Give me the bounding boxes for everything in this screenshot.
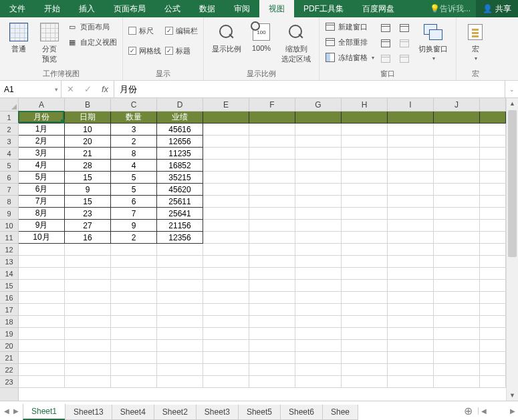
- freeze-panes-button[interactable]: 冻结窗格: [325, 51, 374, 64]
- row-header[interactable]: 10: [0, 220, 18, 232]
- cell[interactable]: 2: [111, 232, 157, 244]
- cell[interactable]: [19, 340, 65, 352]
- cell[interactable]: [295, 124, 342, 136]
- cell[interactable]: [480, 136, 506, 148]
- cell[interactable]: [434, 136, 480, 148]
- macros-button[interactable]: 宏: [462, 20, 489, 63]
- cell[interactable]: [434, 280, 480, 292]
- cell[interactable]: [388, 256, 434, 268]
- cell[interactable]: [157, 340, 203, 352]
- cell[interactable]: [388, 292, 434, 304]
- cell[interactable]: [19, 280, 65, 292]
- cell[interactable]: [480, 112, 506, 124]
- cell[interactable]: [19, 328, 65, 340]
- ruler-checkbox[interactable]: 标尺: [128, 24, 161, 37]
- menu-tab-5[interactable]: 数据: [190, 0, 225, 17]
- cell[interactable]: [295, 328, 342, 340]
- reset-position-button[interactable]: [400, 52, 409, 65]
- cell[interactable]: [480, 292, 506, 304]
- cell[interactable]: [203, 304, 249, 316]
- gridlines-checkbox[interactable]: 网格线: [128, 44, 161, 57]
- scroll-right-button[interactable]: ▶: [510, 407, 515, 415]
- row-header[interactable]: 8: [0, 196, 18, 208]
- sheet-tab[interactable]: Sheet6: [280, 405, 323, 420]
- cell[interactable]: [65, 352, 111, 364]
- cell[interactable]: [342, 220, 388, 232]
- cell[interactable]: 25641: [157, 208, 203, 220]
- cell[interactable]: 6: [111, 196, 157, 208]
- cell[interactable]: [388, 304, 434, 316]
- cell[interactable]: [480, 328, 506, 340]
- cell[interactable]: [111, 304, 157, 316]
- row-header[interactable]: 3: [0, 136, 18, 148]
- cell[interactable]: [388, 376, 434, 388]
- cell[interactable]: [434, 268, 480, 280]
- cell[interactable]: [249, 244, 295, 256]
- cell[interactable]: [203, 340, 249, 352]
- cell[interactable]: [342, 160, 388, 172]
- cell[interactable]: [19, 292, 65, 304]
- cell[interactable]: 16852: [157, 160, 203, 172]
- custom-views-button[interactable]: ▦ 自定义视图: [67, 35, 117, 49]
- cell[interactable]: [434, 112, 480, 124]
- side-by-side-button[interactable]: [400, 21, 409, 35]
- cell[interactable]: [388, 340, 434, 352]
- cell[interactable]: [342, 184, 388, 196]
- cell[interactable]: [342, 148, 388, 160]
- insert-function-button[interactable]: fx: [96, 84, 114, 94]
- cell[interactable]: [295, 208, 342, 220]
- cell[interactable]: [388, 196, 434, 208]
- cancel-button[interactable]: ✕: [61, 84, 79, 94]
- column-header[interactable]: I: [388, 98, 434, 111]
- cell[interactable]: [480, 268, 506, 280]
- cell[interactable]: [203, 280, 249, 292]
- enter-button[interactable]: ✓: [79, 84, 96, 94]
- row-header[interactable]: 13: [0, 256, 18, 268]
- cell[interactable]: 月份: [19, 112, 65, 124]
- cell[interactable]: 20: [65, 136, 111, 148]
- cell[interactable]: [480, 244, 506, 256]
- cell[interactable]: [388, 364, 434, 376]
- cell[interactable]: [480, 160, 506, 172]
- cell[interactable]: [295, 376, 342, 388]
- cell[interactable]: [480, 280, 506, 292]
- row-header[interactable]: 2: [0, 124, 18, 136]
- cell[interactable]: [388, 316, 434, 328]
- cell[interactable]: [342, 256, 388, 268]
- cell[interactable]: 35215: [157, 172, 203, 184]
- row-header[interactable]: 16: [0, 292, 18, 304]
- cell[interactable]: [249, 280, 295, 292]
- cell[interactable]: [295, 232, 342, 244]
- cell[interactable]: [388, 208, 434, 220]
- new-sheet-button[interactable]: ⊕: [459, 405, 478, 417]
- row-header[interactable]: 5: [0, 160, 18, 172]
- cells-area[interactable]: 月份日期数量业绩1月103456162月202126563月218112354月…: [19, 112, 506, 401]
- cell[interactable]: [295, 280, 342, 292]
- cell[interactable]: [249, 340, 295, 352]
- row-header[interactable]: 12: [0, 244, 18, 256]
- sheet-tab[interactable]: Sheet13: [65, 405, 112, 420]
- cell[interactable]: [342, 124, 388, 136]
- cell[interactable]: 1月: [19, 124, 65, 136]
- cell[interactable]: [203, 160, 249, 172]
- cell[interactable]: [388, 124, 434, 136]
- cell[interactable]: [203, 148, 249, 160]
- cell[interactable]: [249, 352, 295, 364]
- cell[interactable]: [203, 124, 249, 136]
- column-header[interactable]: C: [111, 98, 157, 111]
- zoom-100-button[interactable]: 100100%: [248, 20, 275, 53]
- cell[interactable]: [65, 340, 111, 352]
- sheet-nav-next[interactable]: ▶: [13, 407, 19, 415]
- cell[interactable]: [111, 328, 157, 340]
- cell[interactable]: [203, 208, 249, 220]
- cell[interactable]: 11235: [157, 148, 203, 160]
- cell[interactable]: [434, 292, 480, 304]
- cell[interactable]: [342, 172, 388, 184]
- cell[interactable]: 27: [65, 220, 111, 232]
- cell[interactable]: [249, 172, 295, 184]
- row-header[interactable]: 23: [0, 376, 18, 388]
- cell[interactable]: [65, 316, 111, 328]
- cell[interactable]: 数量: [111, 112, 157, 124]
- menu-tab-3[interactable]: 页面布局: [104, 0, 155, 17]
- cell[interactable]: [111, 352, 157, 364]
